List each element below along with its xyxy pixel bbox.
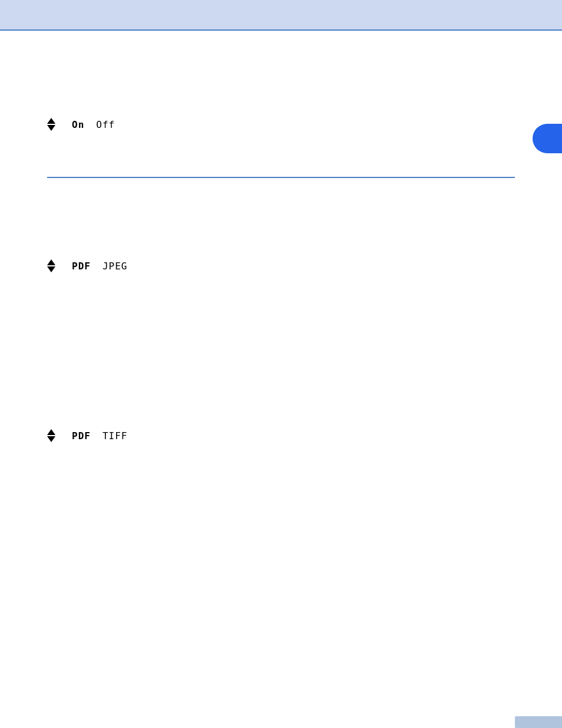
section-2-options: PDF JPEG <box>72 261 127 272</box>
section-3-control-row: PDF TIFF <box>47 429 515 442</box>
section-2-control-row: PDF JPEG <box>47 259 515 272</box>
section-2-arrow-down[interactable] <box>47 266 55 272</box>
section-2-extra-spacer <box>47 301 515 318</box>
section-2-option-pdf[interactable]: PDF <box>72 261 91 272</box>
section-2-spacer <box>47 231 515 249</box>
section-1-option-on[interactable]: On <box>72 119 84 130</box>
section-2-arrow-up[interactable] <box>47 259 55 265</box>
section-3-arrow-down[interactable] <box>47 436 55 442</box>
section-2-bottom-spacer <box>47 283 515 301</box>
section-divider-1 <box>47 177 515 178</box>
section-3-arrow-up[interactable] <box>47 429 55 435</box>
scrollbar-bottom[interactable] <box>515 716 562 728</box>
section-1-arrows[interactable] <box>47 118 55 131</box>
header-bar <box>0 0 562 31</box>
section-2-description <box>47 196 515 231</box>
section-1-option-off[interactable]: Off <box>96 119 115 130</box>
section-3-bottom-spacer <box>47 453 515 470</box>
section-3-extra-spacer2 <box>47 488 515 506</box>
section-1-spacer <box>47 90 515 107</box>
section-1-options: On Off <box>72 119 115 130</box>
section-3-arrows[interactable] <box>47 429 55 442</box>
section-1: On Off <box>47 42 515 171</box>
section-1-bottom-spacer <box>47 141 515 159</box>
section-3-option-pdf[interactable]: PDF <box>72 430 91 442</box>
section-3-spacer <box>47 401 515 419</box>
section-3: PDF TIFF <box>47 354 515 518</box>
section-1-control-row: On Off <box>47 118 515 131</box>
main-content: On Off PDF JPEG <box>0 31 562 535</box>
section-1-arrow-down[interactable] <box>47 125 55 131</box>
section-2-option-jpeg[interactable]: JPEG <box>103 261 128 272</box>
section-2: PDF JPEG <box>47 184 515 348</box>
section-3-extra-spacer <box>47 470 515 488</box>
section-1-description <box>47 54 515 90</box>
section-2-extra-spacer2 <box>47 318 515 336</box>
section-3-option-tiff[interactable]: TIFF <box>103 430 128 442</box>
section-2-arrows[interactable] <box>47 259 55 272</box>
section-3-options: PDF TIFF <box>72 430 127 442</box>
section-3-description <box>47 365 515 401</box>
section-1-arrow-up[interactable] <box>47 118 55 124</box>
